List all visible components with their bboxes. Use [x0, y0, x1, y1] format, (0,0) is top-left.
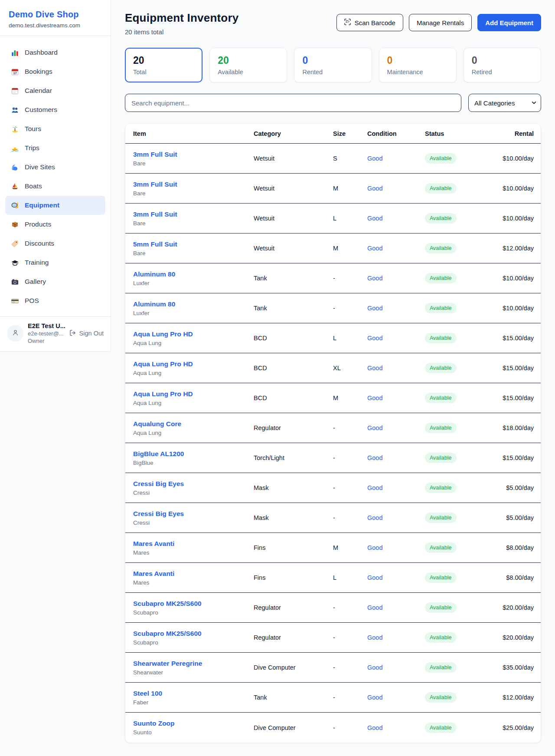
brand-name[interactable]: Demo Dive Shop: [9, 10, 102, 20]
category-select[interactable]: All Categories: [468, 94, 541, 112]
item-name-link[interactable]: 3mm Full Suit: [133, 181, 254, 188]
sidebar-item-label: Equipment: [25, 201, 59, 209]
camera-icon: [10, 277, 19, 286]
header-actions: Scan Barcode Manage Rentals Add Equipmen…: [336, 11, 541, 31]
item-brand: Mares: [133, 579, 254, 586]
item-name-link[interactable]: 3mm Full Suit: [133, 210, 254, 218]
add-equipment-button[interactable]: Add Equipment: [477, 14, 541, 31]
item-name-link[interactable]: Mares Avanti: [133, 570, 254, 578]
condition-link[interactable]: Good: [367, 544, 425, 551]
size-cell: -: [333, 514, 367, 521]
sidebar-item-label: Discounts: [25, 240, 54, 247]
item-name-link[interactable]: Scubapro MK25/S600: [133, 600, 254, 608]
condition-link[interactable]: Good: [367, 484, 425, 491]
table-row: 5mm Full SuitBareWetsuitMGoodAvailable$1…: [125, 233, 541, 263]
category-select-wrap: All Categories: [468, 94, 541, 112]
category-cell: Dive Computer: [254, 724, 333, 731]
item-cell: Aqualung CoreAqua Lung: [133, 420, 254, 436]
item-cell: Mares AvantiMares: [133, 540, 254, 556]
condition-link[interactable]: Good: [367, 215, 425, 222]
condition-link[interactable]: Good: [367, 634, 425, 641]
item-name-link[interactable]: Steel 100: [133, 690, 254, 697]
search-input[interactable]: [125, 94, 461, 112]
condition-link[interactable]: Good: [367, 604, 425, 611]
size-cell: -: [333, 305, 367, 312]
item-name-link[interactable]: Scubapro MK25/S600: [133, 630, 254, 638]
sign-out-button[interactable]: Sign Out: [69, 329, 104, 338]
condition-link[interactable]: Good: [367, 365, 425, 371]
sidebar-item-dashboard[interactable]: Dashboard: [5, 43, 105, 62]
item-name-link[interactable]: Aqua Lung Pro HD: [133, 330, 254, 338]
condition-link[interactable]: Good: [367, 424, 425, 431]
size-cell: -: [333, 275, 367, 282]
scan-barcode-button[interactable]: Scan Barcode: [336, 14, 403, 31]
speedboat-icon: [10, 144, 19, 152]
stat-card-total[interactable]: 20Total: [125, 48, 202, 82]
item-name-link[interactable]: Aluminum 80: [133, 300, 254, 308]
sidebar-item-bookings[interactable]: 17Bookings: [5, 62, 105, 81]
sidebar-item-discounts[interactable]: Discounts: [5, 234, 105, 253]
condition-link[interactable]: Good: [367, 574, 425, 581]
stat-card-retired[interactable]: 0Retired: [464, 48, 541, 82]
item-name-link[interactable]: Cressi Big Eyes: [133, 480, 254, 488]
item-name-link[interactable]: 5mm Full Suit: [133, 240, 254, 248]
condition-link[interactable]: Good: [367, 454, 425, 461]
table-header-row: Item Category Size Condition Status Rent…: [125, 124, 541, 144]
item-name-link[interactable]: Aqualung Core: [133, 420, 254, 428]
rental-cell: $20.00/day: [490, 634, 534, 641]
avatar: [7, 325, 23, 342]
stat-card-rented[interactable]: 0Rented: [294, 48, 372, 82]
item-name-link[interactable]: Cressi Big Eyes: [133, 510, 254, 518]
item-name-link[interactable]: BigBlue AL1200: [133, 450, 254, 458]
manage-rentals-button[interactable]: Manage Rentals: [409, 14, 472, 31]
sidebar-item-customers[interactable]: Customers: [5, 100, 105, 119]
rental-cell: $18.00/day: [490, 424, 534, 431]
sidebar-item-boats[interactable]: Boats: [5, 177, 105, 196]
sidebar-item-pos[interactable]: POS: [5, 291, 105, 310]
item-name-link[interactable]: Aqua Lung Pro HD: [133, 390, 254, 398]
status-cell: Available: [425, 393, 490, 403]
condition-link[interactable]: Good: [367, 394, 425, 401]
item-name-link[interactable]: Suunto Zoop: [133, 720, 254, 727]
filters-row: All Categories: [125, 94, 541, 112]
stat-card-maintenance[interactable]: 0Maintenance: [379, 48, 457, 82]
stat-card-available[interactable]: 20Available: [209, 48, 287, 82]
condition-link[interactable]: Good: [367, 245, 425, 252]
item-name-link[interactable]: Mares Avanti: [133, 540, 254, 548]
condition-link[interactable]: Good: [367, 335, 425, 342]
column-header-size: Size: [333, 130, 367, 137]
rental-cell: $5.00/day: [490, 484, 534, 491]
item-name-link[interactable]: 3mm Full Suit: [133, 151, 254, 158]
condition-link[interactable]: Good: [367, 275, 425, 282]
condition-link[interactable]: Good: [367, 305, 425, 312]
sidebar-item-trips[interactable]: Trips: [5, 138, 105, 158]
item-name-link[interactable]: Aluminum 80: [133, 270, 254, 278]
sidebar-item-gallery[interactable]: Gallery: [5, 272, 105, 291]
sidebar-item-calendar[interactable]: Calendar: [5, 81, 105, 100]
item-name-link[interactable]: Shearwater Peregrine: [133, 660, 254, 667]
rental-cell: $5.00/day: [490, 514, 534, 521]
sidebar-item-tours[interactable]: Tours: [5, 119, 105, 138]
size-cell: XL: [333, 365, 367, 371]
rental-cell: $15.00/day: [490, 365, 534, 371]
status-badge: Available: [425, 602, 457, 613]
condition-link[interactable]: Good: [367, 664, 425, 671]
condition-link[interactable]: Good: [367, 514, 425, 521]
item-brand: Bare: [133, 250, 254, 256]
wave-icon: [10, 163, 19, 171]
sidebar-item-equipment[interactable]: Equipment: [5, 196, 105, 215]
condition-link[interactable]: Good: [367, 724, 425, 731]
condition-link[interactable]: Good: [367, 155, 425, 162]
column-header-category: Category: [254, 130, 333, 137]
sidebar-item-training[interactable]: Training: [5, 253, 105, 272]
size-cell: M: [333, 394, 367, 401]
item-name-link[interactable]: Aqua Lung Pro HD: [133, 360, 254, 368]
sidebar-item-dive-sites[interactable]: Dive Sites: [5, 158, 105, 177]
stats-row: 20Total20Available0Rented0Maintenance0Re…: [125, 48, 541, 82]
sidebar-item-products[interactable]: Products: [5, 215, 105, 234]
condition-link[interactable]: Good: [367, 185, 425, 192]
sidebar-item-label: Calendar: [25, 87, 52, 95]
condition-link[interactable]: Good: [367, 694, 425, 701]
sailboat-icon: [10, 182, 19, 191]
category-cell: Regulator: [254, 634, 333, 641]
